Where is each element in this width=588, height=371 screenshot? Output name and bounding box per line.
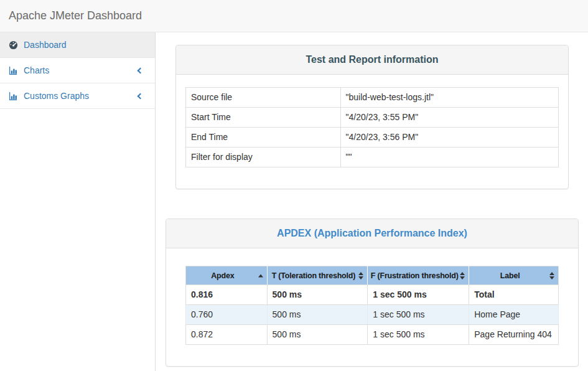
test-info-panel-body: Source file "build-web-test-logs.jtl" St… [176,75,568,189]
sidebar-item-label: Charts [24,65,49,75]
frustration-value: 1 sec 500 ms [368,285,469,305]
table-row: 0.816 500 ms 1 sec 500 ms Total [186,285,559,305]
bar-chart-icon [9,92,18,101]
chevron-left-icon [138,67,144,73]
label-value: Home Page [469,305,559,325]
column-header-label: T (Toleration threshold) [272,271,356,280]
bar-chart-icon [9,66,18,75]
info-label: Filter for display [186,148,341,167]
test-info-panel-title: Test and Report information [185,54,559,66]
sidebar-item-customs-graphs[interactable]: Customs Graphs [0,83,155,109]
sort-both-icon [358,272,363,279]
apdex-panel: APDEX (Application Performance Index) Ap… [166,218,579,367]
table-row: Source file "build-web-test-logs.jtl" [186,88,559,108]
toleration-value: 500 ms [267,325,368,345]
column-header-label: F (Frustration threshold) [371,271,459,280]
frustration-value: 1 sec 500 ms [368,325,469,345]
sort-both-icon [549,272,554,279]
sidebar-item-dashboard[interactable]: Dashboard [0,32,155,58]
main-content: Test and Report information Source file … [156,32,588,371]
column-header-label: Apdex [211,271,234,280]
info-label: Start Time [186,108,341,128]
info-value: "4/20/23, 3:56 PM" [340,128,558,148]
column-header-toleration[interactable]: T (Toleration threshold) [267,266,368,285]
column-header-label[interactable]: Label [469,266,559,285]
app-title[interactable]: Apache JMeter Dashboard [0,9,142,22]
frustration-value: 1 sec 500 ms [368,305,469,325]
test-info-table: Source file "build-web-test-logs.jtl" St… [185,87,559,167]
test-info-panel-heading: Test and Report information [176,45,568,75]
table-row: 0.760 500 ms 1 sec 500 ms Home Page [186,305,559,325]
apdex-panel-body: Apdex T (Toleration threshold) F (Frustr… [166,248,578,366]
label-value: Total [469,285,559,305]
table-row: Start Time "4/20/23, 3:55 PM" [186,108,559,128]
info-value: "4/20/23, 3:55 PM" [340,108,558,128]
info-value: "" [340,148,558,167]
apdex-value: 0.872 [186,325,268,345]
apdex-panel-heading: APDEX (Application Performance Index) [166,219,578,248]
label-value: Page Returning 404 [469,325,559,345]
apdex-panel-title[interactable]: APDEX (Application Performance Index) [175,227,569,240]
info-label: Source file [186,88,341,108]
apdex-value: 0.760 [186,305,268,325]
column-header-frustration[interactable]: F (Frustration threshold) [368,266,469,285]
column-header-label: Label [500,271,520,280]
sidebar-item-label: Dashboard [24,40,67,50]
sidebar-item-charts[interactable]: Charts [0,58,155,83]
chevron-left-icon [138,93,144,99]
table-row: Filter for display "" [186,148,559,167]
info-label: End Time [186,128,341,148]
apdex-header-row: Apdex T (Toleration threshold) F (Frustr… [186,266,559,285]
column-header-apdex[interactable]: Apdex [186,266,268,285]
table-row: 0.872 500 ms 1 sec 500 ms Page Returning… [186,325,559,345]
sidebar: Dashboard Charts Customs Graphs [0,32,156,371]
test-info-panel: Test and Report information Source file … [175,45,569,189]
apdex-table: Apdex T (Toleration threshold) F (Frustr… [185,266,559,345]
table-row: End Time "4/20/23, 3:56 PM" [186,128,559,148]
sort-both-icon [460,272,465,279]
toleration-value: 500 ms [267,305,368,325]
sidebar-item-label: Customs Graphs [24,91,89,101]
apdex-value: 0.816 [186,285,268,305]
toleration-value: 500 ms [267,285,368,305]
sort-ascending-icon [258,274,263,277]
info-value: "build-web-test-logs.jtl" [340,88,558,108]
top-navbar: Apache JMeter Dashboard [0,0,588,32]
dashboard-icon [9,40,18,50]
